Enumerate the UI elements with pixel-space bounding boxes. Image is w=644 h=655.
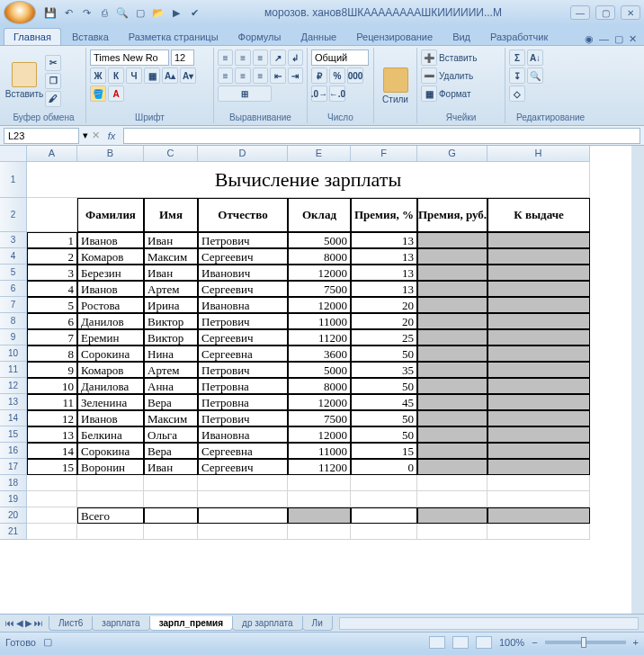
cell[interactable] (417, 475, 487, 491)
cancel-formula-icon[interactable]: ✕ (92, 130, 100, 141)
orientation-icon[interactable]: ↗ (270, 49, 285, 66)
cell[interactable]: Еремин (77, 329, 144, 345)
row-head-14[interactable]: 14 (0, 410, 27, 426)
tab-разработчик[interactable]: Разработчик (481, 29, 557, 45)
cell[interactable]: 35 (351, 362, 417, 378)
cut-icon[interactable]: ✂ (45, 55, 61, 71)
format-cells-label[interactable]: Формат (439, 89, 471, 99)
namebox-dropdown-icon[interactable]: ▾ (83, 130, 88, 141)
cell[interactable]: Иванов (77, 232, 144, 248)
cell[interactable]: 50 (351, 378, 417, 394)
cell[interactable]: 12000 (288, 426, 351, 443)
cell[interactable] (487, 443, 590, 459)
cell[interactable]: 50 (351, 345, 417, 362)
merge-button[interactable]: ⊞ (218, 85, 272, 102)
comma-icon[interactable]: 000 (347, 67, 363, 84)
cell[interactable]: 5000 (288, 232, 351, 248)
formula-bar[interactable] (123, 128, 640, 144)
cell[interactable]: Сергеевич (198, 329, 288, 345)
row-head-11[interactable]: 11 (0, 362, 27, 378)
cell[interactable]: 45 (351, 394, 417, 410)
sheet-tab-зарплата[interactable]: зарплата (92, 616, 149, 631)
cell[interactable] (27, 198, 77, 232)
cell[interactable]: Ростова (77, 297, 144, 313)
fill-icon[interactable]: ↧ (509, 67, 525, 84)
border-button[interactable]: ▦ (144, 67, 160, 84)
shrink-font-icon[interactable]: A▾ (180, 67, 196, 84)
cell[interactable]: Сорокина (77, 345, 144, 362)
cell[interactable] (144, 475, 198, 491)
cell[interactable]: 13 (351, 265, 417, 281)
align-mid-icon[interactable]: ≡ (235, 49, 250, 66)
cell[interactable]: Нина (144, 345, 198, 362)
col-head-A[interactable]: A (27, 146, 77, 162)
prev-sheet-icon[interactable]: ◀ (16, 618, 23, 628)
cell[interactable]: Иван (144, 265, 198, 281)
cell[interactable]: 11000 (288, 313, 351, 329)
total-label[interactable]: Всего (77, 507, 144, 524)
sheet-title[interactable]: Вычисление зарплаты (27, 162, 590, 198)
number-format-combo[interactable]: Общий (311, 49, 369, 66)
first-sheet-icon[interactable]: ⏮ (5, 618, 14, 628)
cell[interactable]: Иванович (198, 265, 288, 281)
row-head-16[interactable]: 16 (0, 443, 27, 459)
format-cells-icon[interactable]: ▦ (421, 85, 437, 102)
cell[interactable]: 11000 (288, 443, 351, 459)
cell[interactable] (417, 410, 487, 426)
font-name-combo[interactable]: Times New Ro (90, 49, 169, 66)
cell[interactable] (198, 491, 288, 507)
fill-color-button[interactable]: 🪣 (90, 85, 106, 102)
cell[interactable] (487, 459, 590, 475)
row-head-17[interactable]: 17 (0, 459, 27, 475)
italic-button[interactable]: К (108, 67, 124, 84)
cell[interactable] (487, 281, 590, 297)
tab-главная[interactable]: Главная (4, 28, 61, 45)
cell[interactable] (198, 524, 288, 540)
cell[interactable]: 11200 (288, 329, 351, 345)
cell[interactable]: 7 (27, 329, 77, 345)
align-right-icon[interactable]: ≡ (253, 67, 268, 84)
col-head-E[interactable]: E (288, 146, 351, 162)
cell[interactable] (417, 232, 487, 248)
wrap-text-icon[interactable]: ↲ (288, 49, 303, 66)
cell[interactable] (417, 362, 487, 378)
col-head-G[interactable]: G (417, 146, 487, 162)
cell[interactable]: К выдаче (487, 198, 590, 232)
cell[interactable]: 13 (351, 248, 417, 265)
cell[interactable]: Премия, руб. (417, 198, 487, 232)
cell[interactable]: Данилов (77, 313, 144, 329)
select-all-button[interactable] (0, 146, 27, 162)
cell[interactable]: Сергеевич (198, 281, 288, 297)
row-head-4[interactable]: 4 (0, 248, 27, 265)
cell[interactable]: 50 (351, 410, 417, 426)
cell[interactable]: 3600 (288, 345, 351, 362)
cell[interactable]: Иван (144, 459, 198, 475)
cell[interactable]: Иван (144, 232, 198, 248)
align-top-icon[interactable]: ≡ (218, 49, 233, 66)
find-icon[interactable]: 🔍 (527, 67, 543, 84)
row-head-15[interactable]: 15 (0, 426, 27, 443)
cell[interactable]: Премия, % (351, 198, 417, 232)
underline-button[interactable]: Ч (126, 67, 142, 84)
cell[interactable]: Петрович (198, 313, 288, 329)
cell[interactable] (417, 524, 487, 540)
next-sheet-icon[interactable]: ▶ (25, 618, 32, 628)
tab-вид[interactable]: Вид (443, 29, 479, 45)
row-head-6[interactable]: 6 (0, 281, 27, 297)
name-box[interactable]: L23 (4, 128, 79, 144)
cell[interactable]: Березин (77, 265, 144, 281)
cell[interactable]: Петрович (198, 410, 288, 426)
dec-decimal-icon[interactable]: ←.0 (329, 85, 345, 102)
cell[interactable]: 11200 (288, 459, 351, 475)
cell[interactable] (417, 313, 487, 329)
maximize-button[interactable]: ▢ (595, 5, 615, 20)
cell[interactable] (351, 507, 417, 524)
cell[interactable] (417, 281, 487, 297)
undo-icon[interactable]: ↶ (61, 5, 76, 20)
cell[interactable]: 4 (27, 281, 77, 297)
ribbon-close-icon[interactable]: ✕ (629, 33, 637, 45)
paste-button[interactable]: Вставить (5, 49, 43, 112)
sheet-tab-зарпл_премия[interactable]: зарпл_премия (149, 616, 233, 631)
sheet-tab-др зарплата[interactable]: др зарплата (232, 616, 303, 631)
cell[interactable] (487, 410, 590, 426)
